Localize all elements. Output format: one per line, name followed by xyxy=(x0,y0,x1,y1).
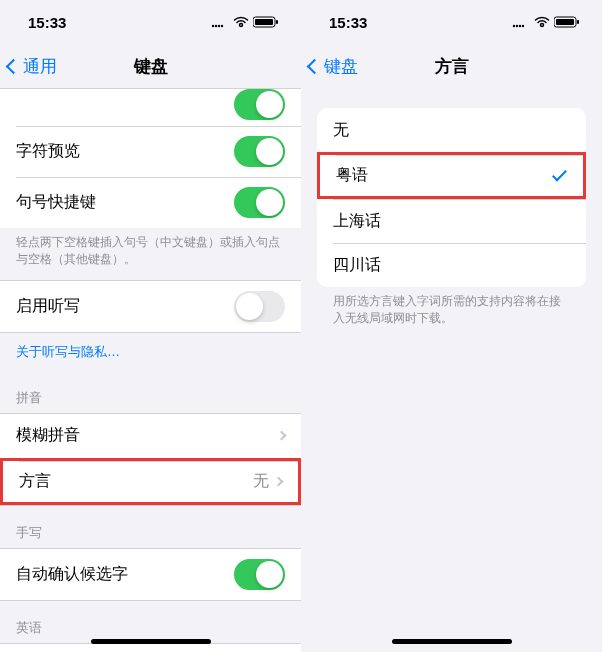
svg-rect-12 xyxy=(556,19,574,25)
status-icons xyxy=(211,16,279,28)
home-indicator[interactable] xyxy=(91,639,211,644)
cell-dictation[interactable]: 启用听写 xyxy=(0,281,301,332)
cell-label: 启用听写 xyxy=(16,296,80,317)
content: 字符预览 句号快捷键 轻点两下空格键插入句号（中文键盘）或插入句点与空格（其他键… xyxy=(0,88,301,652)
toggle-switch[interactable] xyxy=(234,89,285,120)
svg-point-3 xyxy=(221,25,223,27)
option-sichuanese[interactable]: 四川话 xyxy=(317,243,586,287)
option-label: 无 xyxy=(333,120,349,141)
cell-dialect[interactable]: 方言 无 xyxy=(0,458,301,505)
group-dialects: 无 粤语 上海话 四川话 xyxy=(317,108,586,287)
back-label: 键盘 xyxy=(324,55,358,78)
section-header-handwriting: 手写 xyxy=(0,506,301,548)
content: 无 粤语 上海话 四川话 用所选方言键入字词所需的支持内容将在接入无线局域网时下… xyxy=(301,88,602,339)
option-none[interactable]: 无 xyxy=(317,108,586,152)
svg-rect-6 xyxy=(276,20,278,24)
wifi-icon xyxy=(233,16,249,28)
chevron-left-icon xyxy=(307,58,323,74)
svg-point-8 xyxy=(516,25,518,27)
cell-char-preview[interactable]: 字符预览 xyxy=(0,126,301,177)
nav-bar: 键盘 方言 xyxy=(301,44,602,88)
section-header-english: 英语 xyxy=(0,601,301,643)
wifi-icon xyxy=(534,16,550,28)
cell-label: 模糊拼音 xyxy=(16,425,80,446)
cellular-icon xyxy=(512,16,530,28)
svg-rect-13 xyxy=(577,20,579,24)
screen-keyboard-settings: 15:33 通用 键盘 字符预览 句号快捷键 xyxy=(0,0,301,652)
chevron-right-icon xyxy=(274,476,284,486)
cell-label: 自动确认候选字 xyxy=(16,564,128,585)
cell-fuzzy-pinyin[interactable]: 模糊拼音 xyxy=(0,414,301,458)
cell-label: 方言 xyxy=(19,471,51,492)
toggle-switch[interactable] xyxy=(234,187,285,218)
option-cantonese[interactable]: 粤语 xyxy=(317,152,586,199)
cell-label: 句号快捷键 xyxy=(16,192,96,213)
status-bar: 15:33 xyxy=(0,0,301,44)
group-toggles: 字符预览 句号快捷键 xyxy=(0,88,301,228)
svg-rect-5 xyxy=(255,19,273,25)
status-bar: 15:33 xyxy=(301,0,602,44)
status-time: 15:33 xyxy=(28,14,66,31)
checkmark-icon xyxy=(552,167,567,182)
footer-text: 用所选方言键入字词所需的支持内容将在接入无线局域网时下载。 xyxy=(301,287,602,339)
nav-bar: 通用 键盘 xyxy=(0,44,301,88)
option-shanghainese[interactable]: 上海话 xyxy=(317,199,586,243)
chevron-left-icon xyxy=(6,58,22,74)
back-label: 通用 xyxy=(23,55,57,78)
group-handwriting: 自动确认候选字 xyxy=(0,548,301,601)
screen-dialect-selection: 15:33 键盘 方言 无 粤语 上海话 四川话 xyxy=(301,0,602,652)
battery-icon xyxy=(253,16,279,28)
cell-label: 字符预览 xyxy=(16,141,80,162)
svg-point-1 xyxy=(215,25,217,27)
group-dictation: 启用听写 xyxy=(0,280,301,333)
svg-point-9 xyxy=(519,25,521,27)
section-header-pinyin: 拼音 xyxy=(0,371,301,413)
footer-text: 轻点两下空格键插入句号（中文键盘）或插入句点与空格（其他键盘）。 xyxy=(0,228,301,280)
toggle-switch[interactable] xyxy=(234,291,285,322)
cell-value: 无 xyxy=(253,471,269,492)
battery-icon xyxy=(554,16,580,28)
svg-point-2 xyxy=(218,25,220,27)
option-label: 粤语 xyxy=(336,165,368,186)
status-icons xyxy=(512,16,580,28)
cellular-icon xyxy=(211,16,229,28)
option-label: 上海话 xyxy=(333,211,381,232)
chevron-right-icon xyxy=(277,431,287,441)
cell-unknown-toggle[interactable] xyxy=(0,89,301,126)
cell-period-shortcut[interactable]: 句号快捷键 xyxy=(0,177,301,228)
group-pinyin: 模糊拼音 方言 无 xyxy=(0,413,301,506)
back-button[interactable]: 键盘 xyxy=(301,55,358,78)
svg-point-0 xyxy=(212,25,214,27)
group-english: 首字母自动大写 检查拼写 输入预测 滑行键入时逐词删除 xyxy=(0,643,301,652)
privacy-link[interactable]: 关于听写与隐私… xyxy=(0,333,301,371)
toggle-switch[interactable] xyxy=(234,559,285,590)
cell-autocap[interactable]: 首字母自动大写 xyxy=(0,644,301,652)
page-title: 键盘 xyxy=(134,55,168,78)
page-title: 方言 xyxy=(435,55,469,78)
svg-point-10 xyxy=(522,25,524,27)
back-button[interactable]: 通用 xyxy=(0,55,57,78)
option-label: 四川话 xyxy=(333,255,381,276)
toggle-switch[interactable] xyxy=(234,136,285,167)
home-indicator[interactable] xyxy=(392,639,512,644)
svg-point-7 xyxy=(513,25,515,27)
cell-auto-confirm[interactable]: 自动确认候选字 xyxy=(0,549,301,600)
status-time: 15:33 xyxy=(329,14,367,31)
